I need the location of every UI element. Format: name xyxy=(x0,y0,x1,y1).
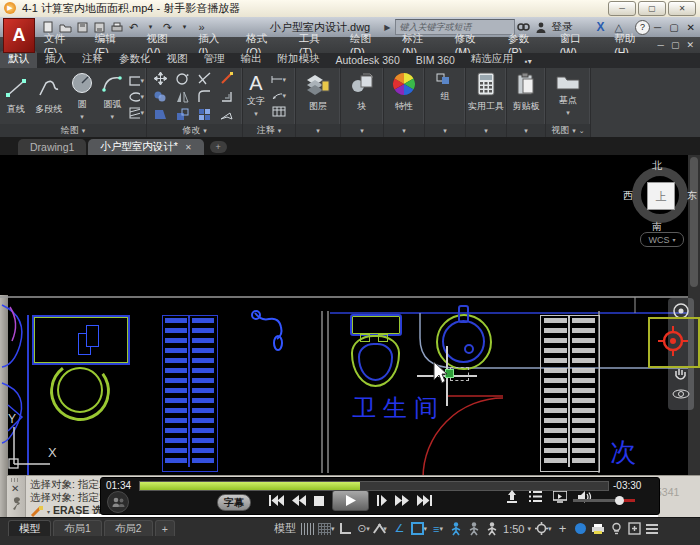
zoom-target-icon[interactable] xyxy=(658,326,688,356)
volume-slider[interactable] xyxy=(573,499,635,502)
grid-display-icon[interactable] xyxy=(300,521,314,537)
array-icon[interactable] xyxy=(197,107,212,126)
layout-tab-layout1[interactable]: 布局1 xyxy=(53,520,102,536)
ribbon-tab-insert[interactable]: 插入 xyxy=(37,51,74,68)
panel-layers-label[interactable]: ▾ xyxy=(296,124,340,137)
ribbon-collapse-icon[interactable]: ▪▾ xyxy=(525,57,532,68)
utilities-button[interactable]: 实用工具 xyxy=(466,68,506,113)
move-icon[interactable] xyxy=(153,71,168,90)
fillet-icon[interactable] xyxy=(197,89,212,108)
object-snap-icon[interactable]: ▾ xyxy=(411,521,428,537)
ribbon-tab-manage[interactable]: 管理 xyxy=(196,51,233,68)
rewind-button[interactable] xyxy=(292,495,306,506)
acad-app-button[interactable]: A xyxy=(3,18,35,53)
user-avatar-button[interactable] xyxy=(105,491,131,512)
ribbon-tab-featured[interactable]: 精选应用 xyxy=(463,51,521,68)
new-doc-tab-button[interactable]: + xyxy=(210,141,227,153)
volume-knob[interactable] xyxy=(615,496,624,505)
ribbon-tab-bim360[interactable]: BIM 360 xyxy=(408,53,463,68)
panel-block-label[interactable]: ▾ xyxy=(341,124,383,137)
ribbon-tab-home[interactable]: 默认 xyxy=(0,51,37,68)
isodraft-icon[interactable]: ▾ xyxy=(375,521,389,537)
group-button[interactable]: 组 xyxy=(425,68,465,103)
lineweight-icon[interactable]: ≡▾ xyxy=(431,521,445,537)
panel-draw-label[interactable]: 绘图▾ xyxy=(0,124,146,137)
search-expand-icon[interactable]: ▶ xyxy=(384,23,390,32)
snap-mode-icon[interactable]: ▾ xyxy=(318,521,335,537)
copy-icon[interactable] xyxy=(153,89,168,108)
stop-button[interactable] xyxy=(314,496,324,506)
arc-button[interactable]: 圆弧 ▾ xyxy=(98,68,127,121)
orbit-icon[interactable] xyxy=(672,386,690,402)
snapshot-button[interactable] xyxy=(553,491,567,503)
previous-button[interactable] xyxy=(269,495,284,506)
viewcube[interactable]: 北 南 西 东 上 xyxy=(626,161,694,229)
viewcube-north[interactable]: 北 xyxy=(652,159,662,173)
panel-view-label[interactable]: 视图▾⌄ xyxy=(546,124,590,137)
share-button[interactable] xyxy=(506,490,518,503)
subtitle-button[interactable]: 字幕 xyxy=(217,494,251,511)
fast-forward-button[interactable] xyxy=(395,495,409,506)
scale-value[interactable]: 1:50▾ xyxy=(503,521,531,537)
ellipse-icon[interactable]: ▾ xyxy=(129,91,144,104)
autoscale-icon[interactable] xyxy=(467,521,481,537)
ribbon-tab-view[interactable]: 视图 xyxy=(159,51,196,68)
text-button[interactable]: A 文字 ▾ xyxy=(243,69,269,118)
viewcube-top-face[interactable]: 上 xyxy=(647,182,675,210)
layers-button[interactable]: 图层 xyxy=(296,68,340,113)
isolate-objects-icon[interactable] xyxy=(609,521,623,537)
pan-hand-icon[interactable] xyxy=(673,366,689,382)
dimension-icon[interactable]: ▾ xyxy=(271,73,286,86)
explode-icon[interactable] xyxy=(219,107,234,126)
acad-minimize-button[interactable]: ─ xyxy=(654,22,661,33)
ribbon-tab-autodesk360[interactable]: Autodesk 360 xyxy=(328,53,408,68)
doc-tab-design[interactable]: 小户型室内设计*✕ xyxy=(88,139,203,155)
block-button[interactable]: 块 xyxy=(341,68,383,113)
leader-icon[interactable]: ▾ xyxy=(271,89,286,102)
hatch-icon[interactable]: ▾ xyxy=(129,107,144,120)
playlist-button[interactable] xyxy=(529,491,542,502)
customization-gear-icon[interactable]: ▾ xyxy=(535,521,552,537)
next-button[interactable] xyxy=(417,495,432,506)
polyline-button[interactable]: 多段线 xyxy=(31,73,66,116)
circle-button[interactable]: 圆 ▾ xyxy=(68,68,95,121)
annotation-scale-icon[interactable] xyxy=(485,521,499,537)
clipboard-button[interactable]: 剪贴板 xyxy=(507,68,545,113)
panel-modify-label[interactable]: 修改▾ xyxy=(147,124,242,137)
doc-minimize-button[interactable]: ─ xyxy=(658,40,664,50)
panel-group-label[interactable]: ▾ xyxy=(425,124,465,137)
viewcube-west[interactable]: 西 xyxy=(623,189,633,203)
offset-icon[interactable] xyxy=(219,89,234,108)
play-button[interactable] xyxy=(332,490,369,511)
stretch-icon[interactable] xyxy=(153,107,168,126)
mirror-icon[interactable] xyxy=(175,89,190,108)
table-icon[interactable] xyxy=(271,105,286,118)
ribbon-tab-output[interactable]: 输出 xyxy=(233,51,270,68)
rectangle-icon[interactable]: ▾ xyxy=(129,75,144,88)
properties-button[interactable]: 特性 xyxy=(384,68,424,113)
player-maximize-button[interactable]: ▢ xyxy=(638,1,666,16)
layout-tab-model[interactable]: 模型 xyxy=(8,520,51,536)
erase-icon[interactable] xyxy=(219,71,234,90)
player-minimize-button[interactable]: ─ xyxy=(608,1,636,16)
line-button[interactable]: 直线 xyxy=(2,73,29,116)
clean-screen-icon[interactable] xyxy=(627,521,641,537)
doc-restore-button[interactable]: ▢ xyxy=(671,40,680,50)
ortho-icon[interactable] xyxy=(339,521,353,537)
player-close-button[interactable]: ✕ xyxy=(668,1,696,16)
polar-tracking-icon[interactable]: ⊙▾ xyxy=(357,521,371,537)
base-button[interactable]: 基点 ▾ xyxy=(546,68,590,117)
new-layout-button[interactable]: + xyxy=(155,520,175,536)
ribbon-tab-parametric[interactable]: 参数化 xyxy=(111,51,159,68)
wcs-dropdown[interactable]: WCS▾ xyxy=(640,232,684,247)
wrench-icon[interactable] xyxy=(10,497,22,511)
model-space-button[interactable]: 模型 xyxy=(274,521,296,537)
doc-tab-close-icon[interactable]: ✕ xyxy=(185,143,192,152)
statusbar-menu-icon[interactable] xyxy=(645,521,659,537)
command-window-titlebar[interactable]: ✕ xyxy=(7,476,26,518)
frame-step-button[interactable] xyxy=(377,495,387,506)
layout-tab-layout2[interactable]: 布局2 xyxy=(104,520,153,536)
rotate-icon[interactable] xyxy=(175,71,190,90)
graphics-performance-icon[interactable] xyxy=(573,521,587,537)
acad-restore-button[interactable]: ▢ xyxy=(669,22,678,33)
